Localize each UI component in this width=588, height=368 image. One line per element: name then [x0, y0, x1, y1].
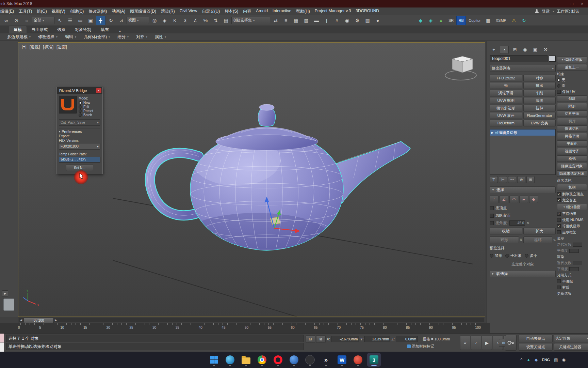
named-selection-sets-dropdown[interactable]: 创建选择集▾ — [231, 17, 270, 24]
preset-dropdown[interactable]: Cut_Pack_Save ▾ — [59, 119, 100, 126]
select-by-name-icon[interactable]: ☰ — [65, 16, 75, 25]
chrome-icon[interactable] — [255, 353, 269, 367]
modifier-preset-button[interactable]: UVW 贴图 — [490, 97, 522, 104]
snap-toggle-3d-icon[interactable]: 3 — [180, 16, 190, 25]
tray-icon-2[interactable]: ◆ — [535, 357, 538, 362]
menu-item[interactable]: 内容 — [241, 8, 254, 15]
plugin-icon-1[interactable]: ◆ — [416, 16, 425, 25]
file-explorer-icon[interactable] — [239, 353, 253, 367]
menu-item[interactable]: 图形编辑器(D) — [128, 8, 159, 15]
ribbon-panel-button[interactable]: 几何体(全部) — [81, 34, 113, 40]
render-production-icon[interactable]: ● — [373, 16, 382, 25]
time-slider-handle[interactable]: 0 / 100 — [24, 318, 54, 323]
menu-item[interactable]: 渲染(R) — [159, 8, 177, 15]
slice-button[interactable]: 切片 — [557, 118, 587, 124]
border-subobject-icon[interactable]: ◠ — [509, 196, 518, 203]
max-app-icon[interactable]: 3 — [367, 353, 381, 367]
modifier-stack-item[interactable]: ▶ 可编辑多边形 — [490, 129, 555, 136]
delete-isolated-vertices-checkbox[interactable]: 删除孤立顶点 — [557, 191, 587, 197]
layer-explorer-icon[interactable]: ▧ — [301, 16, 311, 25]
mirror-icon[interactable]: ⇄ — [271, 16, 280, 25]
modifier-preset-button[interactable]: ReDeform — [490, 120, 522, 126]
object-color-swatch[interactable] — [549, 56, 556, 62]
mode-radio[interactable]: Preset — [79, 109, 93, 113]
opera-icon[interactable] — [271, 353, 285, 367]
sign-in-button[interactable]: 登录 — [542, 9, 550, 14]
ignore-backfacing-row[interactable]: 忽略背面 — [490, 213, 556, 218]
menu-item[interactable]: 工具(T) — [16, 8, 34, 15]
use-nurms-checkbox[interactable]: 使用 NURMS — [557, 217, 587, 223]
modifier-preset-button[interactable]: 法线 — [523, 97, 556, 104]
spinner-arrows-icon[interactable]: ⇅ — [553, 238, 556, 242]
select-and-rotate-icon[interactable]: ↻ — [106, 16, 116, 25]
attach-button[interactable]: 附加 — [557, 103, 587, 109]
show-cage-checkbox[interactable]: 显示框架 — [557, 230, 587, 235]
set-key-mode-button[interactable]: 设置关键点 — [519, 343, 553, 351]
preview-selection-radio[interactable]: 子对象 — [505, 253, 522, 258]
close-button[interactable]: × — [581, 1, 583, 6]
menu-item[interactable]: 修改器(M) — [86, 8, 109, 15]
time-slider[interactable]: ◀ 0 / 100 ▶ — [18, 317, 485, 323]
ribbon-panel-button[interactable]: 编辑 — [62, 34, 79, 40]
remove-modifier-icon[interactable]: ⊗ — [517, 176, 525, 183]
teapot-object[interactable] — [148, 104, 410, 257]
edge-subobject-icon[interactable]: ∠ — [500, 196, 508, 203]
menu-item[interactable]: 视图(V) — [49, 8, 68, 15]
pin-stack-icon[interactable]: ⊤ — [490, 176, 498, 183]
object-name-field[interactable]: Teapot001 — [490, 55, 548, 62]
previous-frame-button[interactable]: ‹ — [471, 336, 481, 350]
go-to-start-button[interactable]: « — [460, 336, 470, 350]
modifier-preset-button[interactable]: 涡轮平滑 — [490, 90, 522, 96]
view-align-button[interactable]: 视图对齐 — [557, 148, 587, 154]
render-setup-icon[interactable]: ⚙ — [353, 16, 362, 25]
display-iterations-spinner[interactable]: 迭代次数 — [557, 242, 587, 247]
render-group-label[interactable]: 渲染 — [557, 254, 587, 259]
time-slider-track[interactable] — [19, 318, 484, 322]
ribbon-tab[interactable]: 选择 — [52, 26, 70, 33]
display-group-label[interactable]: 显示 — [557, 236, 587, 241]
sign-in-arrow-icon[interactable]: ▾ — [553, 10, 554, 13]
modifier-preset-button[interactable]: 对称 — [523, 75, 556, 81]
ribbon-tab[interactable]: 对象绘制 — [70, 26, 96, 33]
menu-item[interactable]: Interactive — [270, 8, 294, 15]
temp-folder-path-input[interactable]: ld3dBri...FBX\ — [59, 157, 100, 163]
angle-spinner[interactable]: 45.0 — [509, 220, 525, 226]
sr-button[interactable]: SR — [446, 16, 456, 25]
make-planar-button[interactable]: 平面化 — [557, 140, 587, 147]
tray-icon-4[interactable]: ◉ — [562, 357, 566, 362]
previous-frame-arrow[interactable]: ◀ — [19, 318, 23, 322]
modifier-preset-button[interactable]: 壳 — [490, 82, 522, 89]
spinner-arrows-icon[interactable]: ⇅ — [527, 221, 529, 225]
viewport-canvas[interactable]: y x — [18, 43, 485, 317]
ribbon-panel-button[interactable]: 细分 — [114, 34, 132, 40]
show-end-result-icon[interactable]: ⊨ — [499, 176, 507, 183]
percent-snap-icon[interactable]: % — [201, 16, 210, 25]
rectangular-selection-region-icon[interactable]: ▭ — [76, 16, 85, 25]
align-icon[interactable]: ≡ — [281, 16, 291, 25]
rendered-frame-window-icon[interactable]: ▥ — [363, 16, 372, 25]
workspace-selector[interactable]: 工作区: 默认 — [557, 9, 588, 14]
soft-selection-rollout-header[interactable]: ► 软选择 — [490, 270, 556, 277]
selection-rollout-header[interactable]: ▼ 选择 — [490, 186, 556, 193]
element-subobject-icon[interactable]: ◆ — [529, 196, 538, 203]
play-button[interactable]: ▶ — [482, 336, 492, 350]
isolate-selection-toggle-icon[interactable]: ⊡ — [306, 335, 315, 343]
select-and-scale-icon[interactable]: ⊿ — [116, 16, 126, 25]
menu-item[interactable]: 编辑(E) — [0, 8, 16, 15]
viewcube[interactable] — [445, 56, 476, 80]
hide-unselected-button[interactable]: 隐藏未选定对象 — [557, 170, 587, 177]
unlink-selection-icon[interactable]: ⊘ — [12, 16, 21, 25]
plugin-icon-2[interactable]: ◈ — [426, 16, 436, 25]
menu-item[interactable]: 自定义(U) — [199, 8, 222, 15]
isoline-display-checkbox[interactable]: 等值线显示 — [557, 224, 587, 229]
app-dark-icon[interactable] — [303, 353, 317, 367]
hidden-icons-chevron[interactable]: ^ — [521, 357, 523, 362]
motion-tab[interactable]: ◉ — [521, 46, 529, 53]
display-tab[interactable]: ▣ — [531, 46, 539, 53]
menu-item[interactable]: Civil View — [177, 8, 200, 15]
preserve-uvs-checkbox[interactable]: 保持 UV — [557, 89, 587, 94]
start-button[interactable] — [207, 353, 221, 367]
state-sets-icon[interactable]: ▩ — [484, 16, 493, 25]
modifier-preset-button[interactable]: 拉伸 — [523, 105, 556, 111]
display-smoothness-spinner[interactable]: 平滑度 — [557, 248, 587, 253]
